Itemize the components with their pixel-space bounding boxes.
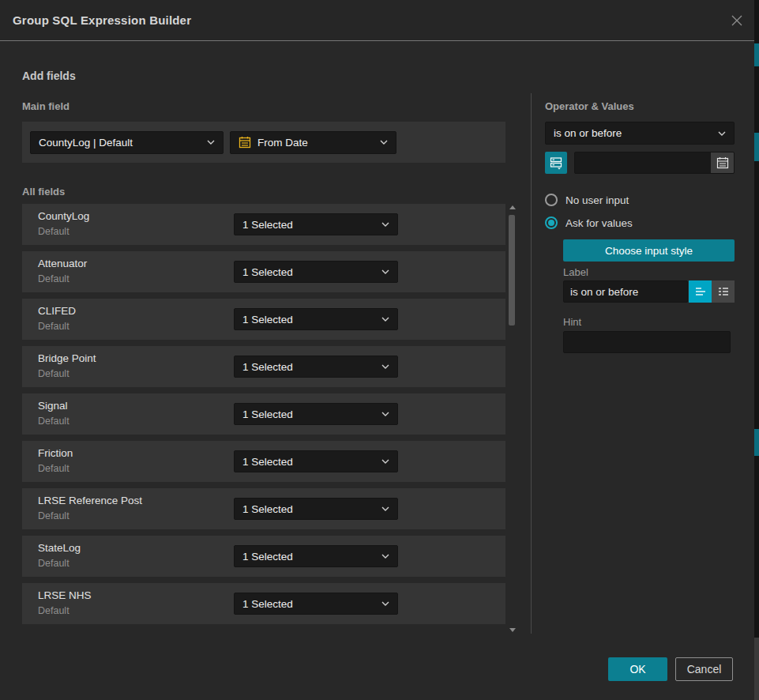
selection-value: 1 Selected [242, 456, 293, 468]
field-name: Bridge Point [38, 352, 96, 364]
scrollbar-down-arrow-icon[interactable] [509, 628, 516, 632]
group-sql-expression-builder-dialog: Group SQL Expression Builder Add fields … [0, 0, 759, 700]
dialog-titlebar: Group SQL Expression Builder [0, 0, 754, 41]
radio-label: No user input [565, 194, 629, 206]
field-row: CLIFED Default 1 Selected [22, 299, 505, 340]
date-value-input[interactable] [575, 152, 711, 173]
field-name: CountyLog [38, 210, 89, 222]
field-selection-dropdown[interactable]: 1 Selected [234, 593, 398, 615]
chevron-down-icon [381, 412, 389, 416]
field-name: StateLog [38, 542, 81, 554]
unique-values-icon [549, 156, 563, 170]
field-row: Attenuator Default 1 Selected [22, 251, 505, 292]
calendar-icon [716, 156, 729, 169]
ok-button[interactable]: OK [608, 657, 667, 681]
list-scrollbar[interactable] [506, 204, 517, 634]
chevron-down-icon [718, 131, 726, 136]
all-fields-list: CountyLog Default 1 Selected Attenuator … [22, 204, 505, 630]
field-name: CLIFED [38, 305, 76, 317]
field-selection-dropdown[interactable]: 1 Selected [234, 356, 398, 378]
field-sublabel: Default [38, 558, 70, 569]
field-selection-dropdown[interactable]: 1 Selected [234, 498, 398, 520]
chevron-down-icon [381, 506, 389, 511]
selection-value: 1 Selected [242, 361, 293, 373]
field-row: CountyLog Default 1 Selected [22, 204, 505, 245]
chevron-down-icon [381, 364, 389, 369]
field-sublabel: Default [38, 368, 70, 379]
all-fields-heading: All fields [22, 186, 65, 198]
edge-segment [754, 43, 759, 66]
field-row: StateLog Default 1 Selected [22, 536, 505, 577]
field-sublabel: Default [38, 463, 70, 474]
edge-segment [754, 133, 759, 161]
radio-icon [545, 216, 558, 229]
field-name: LRSE NHS [38, 589, 92, 601]
layer-dropdown-value: CountyLog | Default [39, 137, 133, 149]
field-sublabel: Default [38, 321, 70, 332]
value-input-row [545, 152, 735, 174]
field-selection-dropdown[interactable]: 1 Selected [234, 308, 398, 330]
selection-value: 1 Selected [242, 551, 293, 563]
field-row: LRSE Reference Post Default 1 Selected [22, 488, 505, 529]
field-sublabel: Default [38, 226, 70, 237]
radio-no-user-input[interactable]: No user input [545, 194, 629, 206]
date-picker-button[interactable] [711, 152, 734, 173]
radio-label: Ask for values [565, 217, 633, 229]
field-row: Friction Default 1 Selected [22, 441, 505, 482]
chevron-down-icon [381, 459, 389, 464]
selection-value: 1 Selected [242, 314, 293, 326]
field-selection-dropdown[interactable]: 1 Selected [234, 213, 398, 235]
single-line-style-button[interactable] [689, 280, 712, 303]
selection-value: 1 Selected [242, 266, 293, 278]
label-input[interactable] [563, 280, 688, 303]
close-icon [731, 14, 743, 27]
page-edge-strip [754, 0, 759, 700]
selection-value: 1 Selected [242, 598, 293, 610]
label-field-row [563, 280, 735, 303]
field-selection-dropdown[interactable]: 1 Selected [234, 450, 398, 472]
operator-dropdown-value: is on or before [554, 127, 622, 139]
main-field-heading: Main field [22, 100, 70, 112]
layer-dropdown[interactable]: CountyLog | Default [30, 131, 224, 154]
radio-ask-for-values[interactable]: Ask for values [545, 216, 633, 229]
field-selection-dropdown[interactable]: 1 Selected [234, 403, 398, 425]
hint-input[interactable] [563, 331, 731, 353]
label-field-label: Label [563, 266, 588, 278]
selection-value: 1 Selected [242, 219, 293, 231]
chevron-down-icon [381, 269, 389, 274]
edge-segment [754, 638, 759, 700]
scrollbar-up-arrow-icon[interactable] [509, 205, 516, 209]
field-name: Signal [38, 400, 68, 412]
date-value-field [574, 152, 735, 174]
field-row: LRSE NHS Default 1 Selected [22, 583, 505, 624]
field-name: Attenuator [38, 258, 87, 269]
hint-field-label: Hint [563, 316, 581, 328]
field-sublabel: Default [38, 605, 70, 616]
chevron-down-icon [207, 140, 215, 145]
field-sublabel: Default [38, 416, 70, 427]
field-sublabel: Default [38, 510, 70, 521]
calendar-icon [239, 136, 251, 149]
list-style-button[interactable] [712, 280, 735, 303]
field-row: Bridge Point Default 1 Selected [22, 346, 505, 387]
set-values-mode-button[interactable] [545, 152, 567, 174]
field-selection-dropdown[interactable]: 1 Selected [234, 261, 398, 283]
field-selection-dropdown[interactable]: 1 Selected [234, 545, 398, 567]
list-icon [717, 285, 730, 298]
main-field-dropdown-value: From Date [257, 137, 308, 149]
dialog-title: Group SQL Expression Builder [13, 13, 191, 27]
close-button[interactable] [724, 8, 750, 33]
cancel-button[interactable]: Cancel [675, 657, 733, 681]
chevron-down-icon [381, 554, 389, 559]
scrollbar-thumb[interactable] [509, 215, 515, 326]
chevron-down-icon [380, 140, 388, 145]
align-left-icon [694, 285, 707, 298]
panel-divider [531, 93, 532, 634]
operator-values-heading: Operator & Values [545, 100, 634, 112]
choose-input-style-button[interactable]: Choose input style [563, 239, 735, 262]
main-field-panel: CountyLog | Default From Date [22, 122, 505, 163]
selection-value: 1 Selected [242, 503, 293, 515]
field-row: Signal Default 1 Selected [22, 393, 505, 435]
main-field-dropdown[interactable]: From Date [230, 131, 396, 154]
operator-dropdown[interactable]: is on or before [545, 122, 735, 145]
